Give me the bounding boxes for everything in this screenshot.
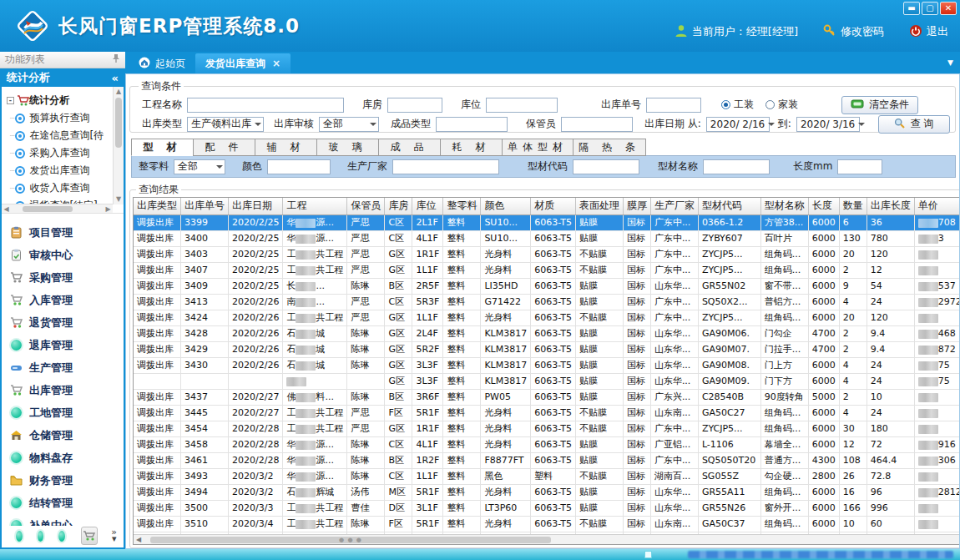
table-row[interactable]: 调拨出库34032020/2/25工共工程严思G区1R1F整料光身料6063-T… bbox=[134, 246, 960, 262]
order-no-input[interactable] bbox=[646, 98, 701, 113]
tree-vertical-scrollbar[interactable]: ▲ ▼ bbox=[113, 87, 124, 204]
scroll-right-icon[interactable]: ▶ bbox=[104, 205, 113, 213]
sidebar-item-machine[interactable]: 生产管理 bbox=[10, 356, 124, 379]
tab-shipping-outbound-query[interactable]: 发货出库查询 × bbox=[195, 53, 291, 73]
clear-conditions-button[interactable]: 清空条件 bbox=[841, 96, 918, 114]
sidebar-section-header[interactable]: 统计分析 « bbox=[0, 68, 125, 87]
date-to-select[interactable]: 2020/ 3/16 bbox=[796, 117, 860, 132]
search-button[interactable]: 查 询 bbox=[878, 115, 950, 134]
location-input[interactable] bbox=[486, 98, 558, 113]
tree-root[interactable]: - 统计分析 bbox=[7, 92, 112, 109]
cart-shortcut-button[interactable] bbox=[81, 527, 99, 545]
table-row[interactable]: 调拨出库34302020/2/26石城陈琳G区3L3F整料KLM38176063… bbox=[134, 357, 960, 373]
table-row[interactable]: 调拨出库35102020/3/4工共工程陈琳F区5R1F整料光身料6063-T5… bbox=[134, 516, 960, 532]
close-button[interactable]: ✕ bbox=[940, 2, 957, 15]
sidebar-item-dot[interactable]: 物料盘存 bbox=[10, 446, 124, 469]
table-row[interactable]: 调拨出库34132020/2/26南...严思C区5R3F整料G71422606… bbox=[134, 294, 960, 310]
table-row[interactable]: 调拨出库34292020/2/26石城陈琳G区5R2F整料KLM38176063… bbox=[134, 341, 960, 357]
column-header[interactable]: 单价 bbox=[914, 198, 960, 214]
scroll-down-icon[interactable]: ▼ bbox=[114, 194, 124, 204]
sidebar-item-cart-green[interactable]: 入库管理 bbox=[10, 289, 124, 311]
sidebar-item-warehouse[interactable]: 仓储管理 bbox=[10, 424, 124, 446]
sidebar-item-dot[interactable]: 结转管理 bbox=[10, 492, 124, 514]
sidebar-item-clipboard2[interactable]: 审核中心 bbox=[10, 244, 124, 266]
tree-item[interactable]: ┄预算执行查询 bbox=[7, 109, 112, 127]
sidebar-item-cart-red[interactable]: 退货管理 bbox=[10, 311, 124, 334]
column-header[interactable]: 工程 bbox=[283, 198, 347, 214]
sidebar-item-folder[interactable]: 财务管理 bbox=[10, 469, 124, 492]
keeper-input[interactable] bbox=[561, 117, 633, 132]
tab-list-dropdown-icon[interactable]: ▼ bbox=[947, 58, 953, 67]
table-row[interactable]: 调拨出库34582020/2/28华源...陈琳C区4L1F整料光身料6063-… bbox=[134, 436, 960, 452]
dot-icon[interactable] bbox=[58, 531, 65, 542]
table-row[interactable]: 调拨出库34002020/2/25华源...严思C区4L1F整料SU10...6… bbox=[134, 230, 960, 246]
scroll-left-icon[interactable]: ◀ bbox=[2, 205, 11, 213]
scroll-left-icon[interactable]: ◀ bbox=[134, 536, 144, 543]
sidebar-overflow-button[interactable]: »▾ bbox=[111, 529, 117, 542]
column-header[interactable]: 数量 bbox=[839, 198, 867, 214]
column-header[interactable]: 型材代码 bbox=[698, 198, 760, 214]
table-row[interactable]: G区3L3F整料KLM38176063-T5贴膜国标山东华...GA90M09.… bbox=[134, 373, 960, 389]
column-header[interactable]: 出库长度 bbox=[867, 198, 914, 214]
tree-hscroll-thumb[interactable] bbox=[23, 206, 73, 212]
tree-toggle-icon[interactable]: - bbox=[7, 97, 14, 104]
table-horizontal-scrollbar[interactable]: ◀ ● ● ● ▶ bbox=[134, 534, 960, 544]
column-header[interactable]: 出库类型 bbox=[134, 198, 181, 214]
sidebar-item-dot[interactable]: 工地管理 bbox=[10, 401, 124, 424]
column-header[interactable]: 表面处理 bbox=[575, 198, 623, 214]
sidebar-item-clipboard[interactable]: 项目管理 bbox=[10, 221, 124, 244]
column-header[interactable]: 出库日期 bbox=[229, 198, 283, 214]
collapse-icon[interactable]: « bbox=[112, 72, 119, 84]
table-row[interactable]: 调拨出库33992020/2/25华源...严思C区2L1F整料SU10...6… bbox=[134, 214, 960, 230]
table-row[interactable]: 调拨出库34242020/2/26工共工程严思G区1L1F整料光身料6063-T… bbox=[134, 310, 960, 325]
table-row[interactable]: 调拨出库34282020/2/26石城陈琳G区2L4F整料KLM38176063… bbox=[134, 325, 960, 341]
subtab-7[interactable]: 隔 热 条 bbox=[573, 139, 646, 156]
sidebar-item-cart-gray[interactable]: 采购管理 bbox=[10, 266, 124, 289]
column-header[interactable]: 出库单号 bbox=[181, 198, 229, 214]
tree-item[interactable]: ┄发货出库查询 bbox=[7, 162, 112, 179]
outbound-type-select[interactable]: 生产领料出库 bbox=[187, 117, 264, 132]
column-header[interactable]: 膜厚 bbox=[623, 198, 650, 214]
zhengling-select[interactable]: 全部 bbox=[174, 159, 225, 174]
logout-button[interactable]: 退出 bbox=[909, 24, 948, 40]
minimize-button[interactable]: ▬ bbox=[903, 2, 920, 15]
column-header[interactable]: 库位 bbox=[412, 198, 443, 214]
column-header[interactable]: 颜色 bbox=[481, 198, 531, 214]
column-header[interactable]: 长度 bbox=[808, 198, 839, 214]
length-input[interactable] bbox=[837, 159, 882, 174]
tab-home[interactable]: 起始页 bbox=[129, 53, 195, 73]
column-header[interactable]: 整零料 bbox=[443, 198, 481, 214]
pin-icon[interactable] bbox=[112, 53, 120, 66]
outbound-audit-select[interactable]: 全部 bbox=[319, 117, 379, 132]
subtab-3[interactable]: 玻 璃 bbox=[316, 139, 378, 156]
project-name-input[interactable] bbox=[187, 98, 344, 113]
subtab-5[interactable]: 耗 材 bbox=[440, 139, 502, 156]
table-row[interactable]: 调拨出库34942020/3/2石辉城汤伟M区5R1F整料光身料6063-T5贴… bbox=[134, 484, 960, 500]
tree-item[interactable]: ┄在途信息查询[待 bbox=[7, 127, 112, 144]
factory-input[interactable] bbox=[392, 159, 499, 174]
product-type-input[interactable] bbox=[436, 117, 508, 132]
profile-code-input[interactable] bbox=[573, 159, 639, 174]
sidebar-item-cart-green[interactable]: 出库管理 bbox=[10, 379, 124, 401]
tab-close-icon[interactable]: × bbox=[272, 58, 280, 69]
table-row[interactable]: 调拨出库34092020/2/25长...陈琳B区2R5F整料LI35HD606… bbox=[134, 278, 960, 294]
table-row[interactable]: 调拨出库35002020/3/3工共工程曹佳D区3L1F整料LT3P606063… bbox=[134, 500, 960, 516]
table-row[interactable]: 调拨出库34542020/2/28工共工程严思G区1R1F整料光身料6063-T… bbox=[134, 421, 960, 436]
radio-jiazhuang[interactable]: 家装 bbox=[765, 98, 798, 112]
change-password-button[interactable]: 修改密码 bbox=[823, 24, 884, 40]
sidebar-item-dot[interactable]: 退库管理 bbox=[10, 334, 124, 356]
color-input[interactable] bbox=[267, 159, 331, 174]
scroll-up-icon[interactable]: ▲ bbox=[114, 87, 124, 97]
radio-gongzhuang[interactable]: 工装 bbox=[721, 98, 754, 112]
tree-vscroll-thumb[interactable] bbox=[115, 98, 122, 148]
table-hscroll-thumb[interactable]: ● ● ● bbox=[150, 537, 551, 543]
tree-item[interactable]: ┄采购入库查询 bbox=[7, 144, 112, 162]
column-header[interactable]: 材质 bbox=[531, 198, 576, 214]
tree-item[interactable]: ┄收货入库查询 bbox=[7, 179, 112, 197]
column-header[interactable]: 生产厂家 bbox=[650, 198, 698, 214]
table-row[interactable]: 调拨出库34612020/2/28华源...陈琳B区1R2F整料F8877FT6… bbox=[134, 452, 960, 468]
maximize-button[interactable]: ▢ bbox=[922, 2, 938, 15]
subtab-2[interactable]: 辅 材 bbox=[255, 139, 316, 156]
subtab-6[interactable]: 单体型材 bbox=[502, 139, 573, 156]
tree-horizontal-scrollbar[interactable]: ◀ ▶ bbox=[2, 204, 113, 213]
